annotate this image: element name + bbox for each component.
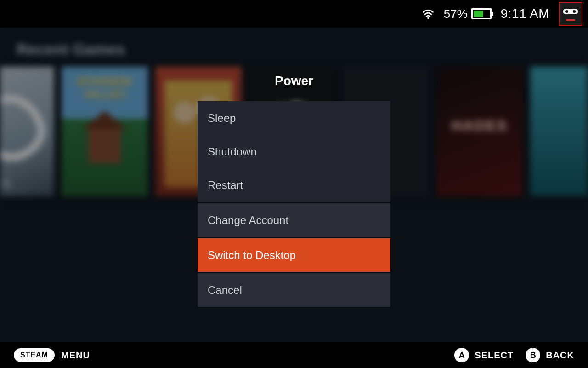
steam-pill: STEAM	[14, 348, 55, 362]
battery-percent: 57%	[444, 7, 468, 21]
power-option-change-account[interactable]: Change Account	[198, 203, 390, 237]
steam-menu-button[interactable]: STEAM MENU	[14, 348, 90, 362]
avatar[interactable]	[559, 2, 582, 26]
power-menu-group-2: Change Account Switch to Desktop Cancel	[198, 203, 390, 307]
power-option-shutdown[interactable]: Shutdown	[198, 135, 390, 168]
clock: 9:11 AM	[501, 6, 549, 21]
status-bar: 57% 9:11 AM	[0, 0, 588, 28]
battery-indicator: 57%	[444, 7, 492, 21]
power-option-switch-to-desktop[interactable]: Switch to Desktop	[198, 238, 390, 272]
hint-back-label: BACK	[546, 350, 574, 361]
svg-point-0	[427, 17, 429, 19]
power-option-cancel[interactable]: Cancel	[198, 273, 390, 307]
menu-label: MENU	[61, 350, 90, 361]
hint-select: A SELECT	[454, 348, 514, 362]
a-button-icon: A	[454, 348, 469, 362]
bottom-bar: STEAM MENU A SELECT B BACK	[0, 342, 588, 368]
button-hints: A SELECT B BACK	[454, 348, 574, 362]
battery-icon	[471, 8, 492, 19]
power-menu-title: Power	[198, 74, 390, 88]
b-button-icon: B	[526, 348, 540, 362]
wifi-icon	[422, 7, 435, 20]
power-menu-group-1: Sleep Shutdown Restart	[198, 101, 390, 202]
power-option-sleep[interactable]: Sleep	[198, 101, 390, 135]
power-menu: Power Sleep Shutdown Restart Change Acco…	[198, 74, 390, 307]
hint-back: B BACK	[526, 348, 574, 362]
power-option-restart[interactable]: Restart	[198, 168, 390, 202]
hint-select-label: SELECT	[475, 350, 514, 361]
